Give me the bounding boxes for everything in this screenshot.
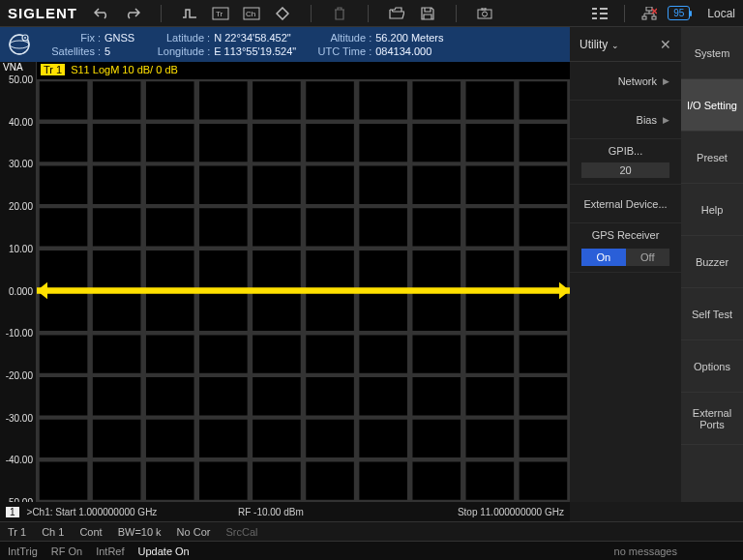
trace-badge: Tr 1 bbox=[41, 64, 65, 75]
gps-off-button[interactable]: Off bbox=[626, 249, 670, 266]
satellites-value: 5 bbox=[104, 45, 110, 57]
gpib-menu-item[interactable]: GPIB... 20 bbox=[570, 139, 681, 185]
svg-rect-13 bbox=[646, 7, 652, 11]
ytick: 0.000 bbox=[9, 285, 33, 296]
svg-rect-15 bbox=[652, 16, 656, 19]
network-label: Network bbox=[618, 75, 657, 87]
svg-rect-4 bbox=[478, 10, 491, 18]
svg-rect-12 bbox=[600, 17, 608, 19]
tr-box-icon[interactable]: Tr bbox=[212, 5, 229, 22]
external-ports-tab[interactable]: External Ports bbox=[681, 393, 743, 445]
utility-side-tabs: System I/O Setting Preset Help Buzzer Se… bbox=[681, 27, 743, 502]
ytick: 20.00 bbox=[9, 201, 33, 212]
plot-grid bbox=[37, 79, 570, 502]
preset-tab[interactable]: Preset bbox=[681, 132, 743, 184]
globe-gps-icon bbox=[6, 31, 33, 58]
diamond-icon[interactable] bbox=[274, 5, 291, 22]
ch-box-icon[interactable]: Ch bbox=[243, 5, 260, 22]
svg-rect-10 bbox=[600, 13, 608, 15]
svg-point-21 bbox=[24, 37, 26, 39]
status-rfon: RF On bbox=[51, 545, 82, 557]
svg-rect-14 bbox=[642, 16, 646, 19]
options-tab[interactable]: Options bbox=[681, 340, 743, 393]
svg-rect-11 bbox=[592, 17, 597, 19]
folder-open-icon[interactable] bbox=[388, 5, 405, 22]
trace-label: Tr 1 S11 LogM 10 dB/ 0 dB bbox=[41, 64, 178, 75]
ytick: 40.00 bbox=[9, 116, 33, 127]
utc-label: UTC Time : bbox=[313, 45, 372, 57]
altitude-label: Altitude : bbox=[313, 32, 372, 44]
status-nocor: No Cor bbox=[177, 526, 211, 538]
gnss-columns: Fix :GNSS Satellites :5 Latitude :N 22°3… bbox=[43, 32, 444, 57]
utility-header: Utility ⌄ ✕ bbox=[570, 27, 681, 62]
toolbar-right: 95 Local bbox=[591, 5, 735, 22]
gps-on-button[interactable]: On bbox=[581, 249, 626, 266]
gps-receiver-menu-item[interactable]: GPS Receiver On Off bbox=[570, 223, 681, 273]
gnss-info-bar: Fix :GNSS Satellites :5 Latitude :N 22°3… bbox=[0, 27, 570, 62]
trash-icon[interactable] bbox=[331, 5, 348, 22]
fix-value: GNSS bbox=[104, 32, 134, 44]
stop-freq: Stop 11.000000000 GHz bbox=[458, 507, 564, 517]
utility-panel: Utility ⌄ ✕ Network▶ Bias▶ GPIB... 20 Ex… bbox=[570, 27, 743, 502]
external-device-label: External Device... bbox=[583, 198, 667, 210]
longitude-value: E 113°55'19.524" bbox=[214, 45, 296, 57]
redo-icon[interactable] bbox=[124, 5, 141, 22]
gps-receiver-toggle[interactable]: On Off bbox=[581, 249, 669, 266]
top-toolbar: SIGLENT Tr Ch 95 Local bbox=[0, 0, 743, 27]
latitude-label: Latitude : bbox=[152, 32, 210, 44]
latitude-value: N 22°34'58.452" bbox=[214, 32, 291, 44]
external-device-menu-item[interactable]: External Device... bbox=[570, 185, 681, 223]
start-freq: >Ch1: Start 1.000000000 GHz bbox=[27, 507, 158, 517]
svg-rect-6 bbox=[482, 8, 486, 10]
vna-label: VNA bbox=[3, 62, 23, 73]
status-srccal: SrcCal bbox=[225, 526, 257, 538]
rf-level: RF -10.00 dBm bbox=[238, 507, 304, 517]
camera-icon[interactable] bbox=[476, 5, 493, 22]
ytick: 50.00 bbox=[9, 74, 33, 85]
close-icon[interactable]: ✕ bbox=[660, 37, 671, 52]
svg-text:Ch: Ch bbox=[246, 10, 255, 18]
status-inttrig: IntTrig bbox=[8, 545, 38, 557]
svg-rect-9 bbox=[592, 13, 597, 15]
bias-menu-item[interactable]: Bias▶ bbox=[570, 101, 681, 139]
svg-text:Tr: Tr bbox=[216, 10, 223, 18]
trace-status-bar: Tr 1 Ch 1 Cont BW=10 k No Cor SrcCal bbox=[0, 521, 743, 541]
chevron-right-icon: ▶ bbox=[663, 76, 669, 86]
system-tab[interactable]: System bbox=[681, 27, 743, 79]
trace-settings: S11 LogM 10 dB/ 0 dB bbox=[71, 64, 178, 75]
satellites-label: Satellites : bbox=[43, 45, 101, 57]
ytick: 10.00 bbox=[9, 243, 33, 253]
system-status-bar: IntTrig RF On IntRef Update On no messag… bbox=[0, 541, 743, 560]
ytick: -10.00 bbox=[6, 328, 33, 339]
ytick: 30.00 bbox=[9, 159, 33, 169]
status-ch: Ch 1 bbox=[42, 526, 64, 538]
io-setting-tab[interactable]: I/O Setting bbox=[681, 79, 743, 132]
ytick: -30.00 bbox=[6, 412, 33, 423]
svg-point-19 bbox=[10, 41, 29, 48]
plot-canvas[interactable]: Tr 1 S11 LogM 10 dB/ 0 dB bbox=[37, 62, 570, 502]
main-plot-area: VNA 50.00 40.00 30.00 20.00 10.00 0.000 … bbox=[0, 62, 570, 502]
brand-logo: SIGLENT bbox=[8, 5, 77, 21]
local-label: Local bbox=[707, 7, 735, 20]
network-status-icon[interactable] bbox=[640, 5, 658, 22]
menu-lines-icon[interactable] bbox=[591, 5, 609, 22]
selftest-tab[interactable]: Self Test bbox=[681, 288, 743, 340]
network-menu-item[interactable]: Network▶ bbox=[570, 62, 681, 101]
utc-value: 084134.000 bbox=[375, 45, 431, 57]
wave-icon[interactable] bbox=[181, 5, 198, 22]
save-icon[interactable] bbox=[419, 5, 436, 22]
undo-icon[interactable] bbox=[93, 5, 110, 22]
help-tab[interactable]: Help bbox=[681, 184, 743, 236]
status-tr: Tr 1 bbox=[8, 526, 26, 538]
buzzer-tab[interactable]: Buzzer bbox=[681, 236, 743, 288]
utility-title: Utility ⌄ bbox=[580, 38, 619, 51]
chevron-right-icon: ▶ bbox=[663, 115, 669, 125]
battery-indicator: 95 bbox=[668, 6, 690, 20]
status-messages: no messages bbox=[614, 545, 677, 557]
ytick: -40.00 bbox=[6, 455, 33, 465]
svg-rect-7 bbox=[592, 8, 597, 10]
status-cont: Cont bbox=[79, 526, 102, 538]
gpib-label: GPIB... bbox=[609, 145, 642, 157]
channel-status-bar: 1 >Ch1: Start 1.000000000 GHz RF -10.00 … bbox=[0, 502, 570, 521]
utility-panel-main: Utility ⌄ ✕ Network▶ Bias▶ GPIB... 20 Ex… bbox=[570, 27, 681, 502]
